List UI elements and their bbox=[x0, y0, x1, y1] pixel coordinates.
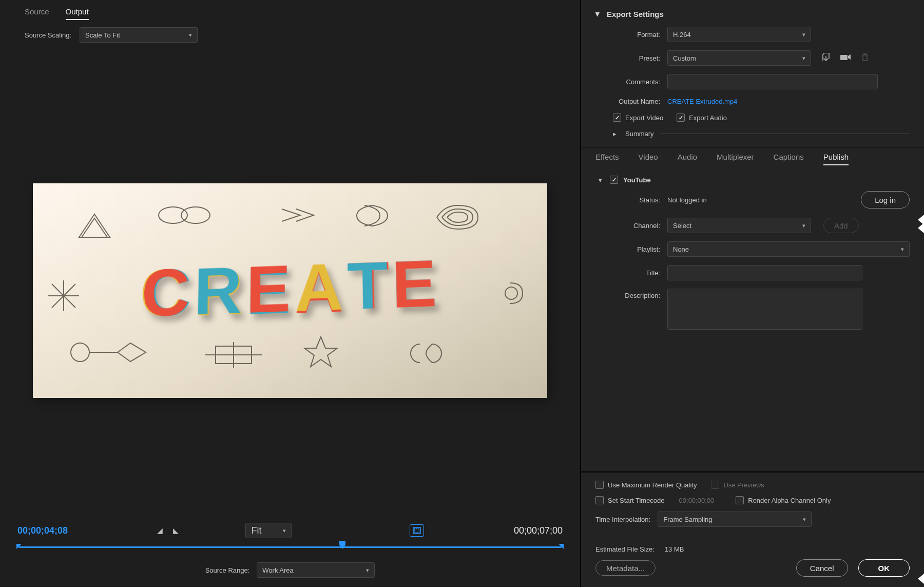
aspect-correction-button[interactable] bbox=[410, 524, 424, 537]
tab-captions[interactable]: Captions bbox=[774, 153, 804, 165]
timeline[interactable] bbox=[18, 545, 562, 550]
format-label: Format: bbox=[595, 31, 667, 39]
login-button[interactable]: Log in bbox=[861, 191, 910, 209]
svg-rect-6 bbox=[840, 55, 848, 60]
ok-button[interactable]: OK bbox=[858, 559, 910, 577]
source-scaling-value: Scale To Fit bbox=[85, 31, 120, 39]
zoom-fit-select[interactable]: Fit▾ bbox=[245, 523, 292, 538]
channel-select[interactable]: Select▾ bbox=[667, 218, 811, 233]
mark-out-button[interactable]: ◣ bbox=[173, 526, 179, 535]
render-alpha-checkbox[interactable] bbox=[736, 496, 744, 504]
est-size-label: Estimated File Size: bbox=[595, 545, 654, 553]
tab-publish[interactable]: Publish bbox=[823, 153, 849, 165]
tab-video[interactable]: Video bbox=[639, 153, 658, 165]
playhead[interactable] bbox=[339, 540, 346, 550]
cancel-button[interactable]: Cancel bbox=[796, 559, 848, 577]
playlist-select[interactable]: None▾ bbox=[667, 241, 910, 257]
description-label: Description: bbox=[595, 289, 667, 299]
tab-multiplexer[interactable]: Multiplexer bbox=[717, 153, 754, 165]
tab-source[interactable]: Source bbox=[25, 7, 49, 20]
save-preset-icon[interactable] bbox=[820, 53, 832, 64]
timecode-total: 00;00;07;00 bbox=[514, 525, 563, 536]
panel-collapse-icon[interactable] bbox=[918, 223, 924, 233]
format-select[interactable]: H.264▾ bbox=[667, 27, 811, 42]
time-interp-select[interactable]: Frame Sampling▾ bbox=[658, 512, 812, 527]
timecode-current[interactable]: 00;00;04;08 bbox=[17, 525, 68, 536]
chevron-down-icon: ▾ bbox=[595, 9, 602, 18]
export-settings-toggle[interactable]: ▾ Export Settings bbox=[595, 9, 910, 18]
source-scaling-label: Source Scaling: bbox=[25, 31, 71, 39]
status-label: Status: bbox=[595, 196, 667, 204]
playlist-label: Playlist: bbox=[595, 245, 667, 253]
preview-artwork: CREATE bbox=[139, 245, 441, 332]
svg-point-1 bbox=[181, 207, 210, 223]
comments-input[interactable] bbox=[667, 74, 878, 89]
youtube-section-toggle[interactable]: ▾ YouTube bbox=[599, 176, 910, 184]
title-label: Title: bbox=[595, 269, 667, 277]
preset-select[interactable]: Custom▾ bbox=[667, 50, 811, 66]
chevron-down-icon: ▾ bbox=[599, 176, 605, 184]
channel-label: Channel: bbox=[595, 222, 667, 230]
output-name-label: Output Name: bbox=[595, 98, 667, 105]
export-video-checkbox[interactable] bbox=[613, 113, 621, 122]
metadata-button[interactable]: Metadata... bbox=[595, 560, 656, 576]
source-range-label: Source Range: bbox=[205, 566, 250, 574]
mark-in-button[interactable]: ◢ bbox=[157, 526, 163, 535]
svg-point-0 bbox=[159, 207, 187, 223]
title-input[interactable] bbox=[667, 265, 862, 280]
description-input[interactable] bbox=[667, 289, 862, 330]
start-timecode-value: 00;00;00;00 bbox=[679, 497, 715, 504]
panel-collapse-icon[interactable] bbox=[918, 574, 924, 584]
use-previews-checkbox bbox=[711, 481, 719, 489]
tab-effects[interactable]: Effects bbox=[595, 153, 619, 165]
summary-toggle[interactable]: ▸ Summary bbox=[613, 130, 910, 138]
delete-preset-icon bbox=[859, 53, 871, 64]
max-render-checkbox[interactable] bbox=[595, 481, 604, 489]
time-interp-label: Time Interpolation: bbox=[595, 516, 650, 523]
start-timecode-checkbox[interactable] bbox=[595, 496, 604, 504]
source-scaling-select[interactable]: Scale To Fit▾ bbox=[80, 27, 198, 43]
tab-output[interactable]: Output bbox=[66, 7, 89, 20]
status-value: Not logged in bbox=[667, 196, 707, 204]
chevron-right-icon: ▸ bbox=[613, 130, 619, 138]
svg-rect-5 bbox=[415, 529, 419, 533]
source-range-select[interactable]: Work Area▾ bbox=[257, 562, 375, 578]
tab-audio[interactable]: Audio bbox=[678, 153, 697, 165]
import-preset-icon[interactable] bbox=[840, 53, 851, 63]
export-audio-checkbox[interactable] bbox=[677, 113, 685, 122]
preview-frame: CREATE bbox=[33, 183, 547, 398]
preset-label: Preset: bbox=[595, 54, 667, 62]
svg-point-2 bbox=[71, 343, 89, 362]
comments-label: Comments: bbox=[595, 78, 667, 86]
est-size-value: 13 MB bbox=[665, 545, 684, 553]
add-channel-button: Add bbox=[823, 218, 859, 233]
output-name-link[interactable]: CREATE Extruded.mp4 bbox=[667, 98, 737, 105]
youtube-checkbox[interactable] bbox=[610, 176, 618, 184]
